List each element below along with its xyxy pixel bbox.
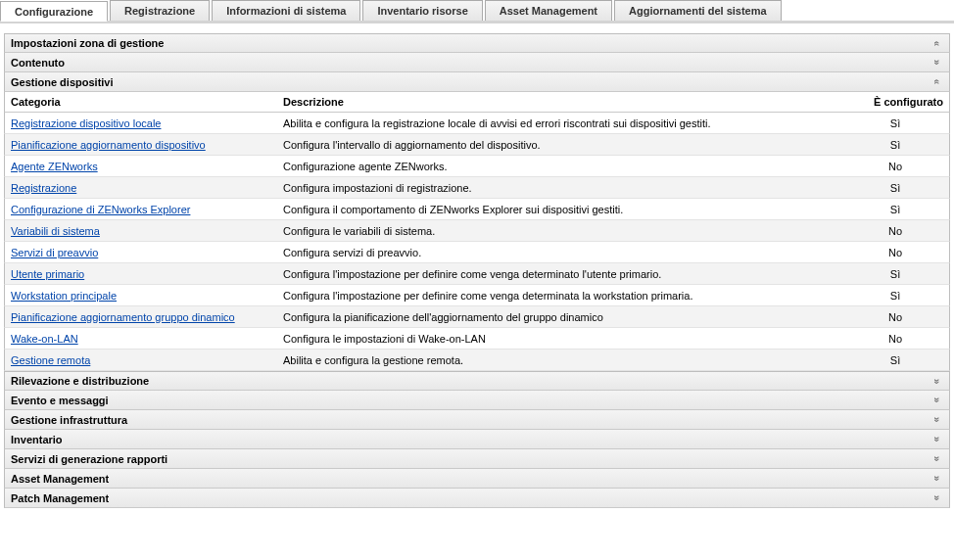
- expand-icon[interactable]: »: [931, 433, 942, 446]
- panel-infra-header[interactable]: Gestione infrastruttura »: [4, 410, 950, 430]
- description-cell: Configura le impostazioni di Wake-on-LAN: [277, 330, 841, 348]
- category-link[interactable]: Configurazione di ZENworks Explorer: [11, 204, 190, 215]
- configured-cell: Sì: [841, 201, 949, 218]
- col-descrizione: Descrizione: [277, 92, 841, 112]
- configured-cell: Sì: [841, 136, 949, 154]
- tab-registrazione[interactable]: Registrazione: [110, 0, 210, 21]
- panel-rilevazione-header[interactable]: Rilevazione e distribuzione »: [4, 371, 950, 391]
- table-row: Servizi di preavvioConfigura servizi di …: [4, 242, 950, 263]
- tab-informazioni[interactable]: Informazioni di sistema: [212, 0, 360, 21]
- panel-evento-header[interactable]: Evento e messaggi »: [4, 391, 950, 410]
- panel-rapporti-header[interactable]: Servizi di generazione rapporti »: [4, 449, 950, 469]
- panel-rilevazione-title: Rilevazione e distribuzione: [11, 375, 930, 387]
- configured-cell: No: [841, 308, 949, 326]
- tab-asset-management[interactable]: Asset Management: [485, 0, 612, 21]
- col-categoria: Categoria: [5, 92, 277, 112]
- description-cell: Configura l'impostazione per definire co…: [277, 265, 841, 283]
- category-link[interactable]: Utente primario: [11, 268, 84, 280]
- table-row: Pianificazione aggiornamento dispositivo…: [4, 134, 950, 156]
- panel-inventario-header[interactable]: Inventario »: [4, 430, 950, 449]
- expand-icon[interactable]: »: [931, 452, 942, 466]
- table-row: Agente ZENworksConfigurazione agente ZEN…: [4, 156, 950, 177]
- expand-icon[interactable]: »: [931, 491, 942, 505]
- panel-inventario-title: Inventario: [11, 434, 930, 445]
- configured-cell: Sì: [841, 351, 949, 369]
- table-row: Registrazione dispositivo localeAbilita …: [4, 113, 950, 134]
- collapse-icon[interactable]: «: [931, 75, 942, 89]
- description-cell: Configura servizi di preavvio.: [277, 244, 841, 261]
- panel-contenuto-header[interactable]: Contenuto »: [4, 53, 950, 72]
- collapse-icon[interactable]: «: [931, 36, 942, 50]
- table-row: Gestione remotaAbilita e configura la ge…: [4, 350, 950, 371]
- category-link[interactable]: Registrazione dispositivo locale: [11, 117, 161, 129]
- panel-asset-title: Asset Management: [11, 473, 930, 485]
- configured-cell: No: [841, 244, 949, 261]
- expand-icon[interactable]: »: [931, 56, 942, 70]
- category-link[interactable]: Gestione remota: [11, 354, 90, 366]
- category-link[interactable]: Registrazione: [11, 182, 76, 194]
- panel-asset-header[interactable]: Asset Management »: [4, 469, 950, 489]
- panel-zone-title: Impostazioni zona di gestione: [11, 37, 930, 49]
- category-link[interactable]: Servizi di preavvio: [11, 247, 98, 258]
- table-row: Variabili di sistemaConfigura le variabi…: [4, 220, 950, 242]
- tab-inventario-risorse[interactable]: Inventario risorse: [362, 0, 482, 21]
- expand-icon[interactable]: »: [931, 394, 942, 407]
- panel-gestione-title: Gestione dispositivi: [11, 76, 930, 88]
- description-cell: Configura la pianificazione dell'aggiorn…: [277, 308, 841, 326]
- expand-icon[interactable]: »: [931, 413, 942, 427]
- description-cell: Abilita e configura la gestione remota.: [277, 351, 841, 369]
- tab-aggiornamenti[interactable]: Aggiornamenti del sistema: [614, 0, 782, 21]
- configured-cell: Sì: [841, 179, 949, 197]
- col-configurato: È configurato: [841, 92, 949, 112]
- table-row: Workstation principaleConfigura l'impost…: [4, 285, 950, 306]
- expand-icon[interactable]: »: [931, 374, 942, 388]
- expand-icon[interactable]: »: [931, 472, 942, 486]
- tab-configurazione[interactable]: Configurazione: [0, 1, 108, 22]
- category-link[interactable]: Workstation principale: [11, 290, 117, 302]
- configured-cell: No: [841, 330, 949, 348]
- table-row: Configurazione di ZENworks ExplorerConfi…: [4, 199, 950, 220]
- table-row: RegistrazioneConfigura impostazioni di r…: [4, 177, 950, 199]
- configured-cell: Sì: [841, 287, 949, 304]
- description-cell: Configura il comportamento di ZENworks E…: [277, 201, 841, 218]
- panel-patch-title: Patch Management: [11, 492, 930, 504]
- category-link[interactable]: Pianificazione aggiornamento dispositivo: [11, 139, 206, 151]
- content-area: Impostazioni zona di gestione « Contenut…: [0, 23, 954, 512]
- panel-evento-title: Evento e messaggi: [11, 395, 930, 406]
- category-link[interactable]: Agente ZENworks: [11, 161, 98, 172]
- description-cell: Configura l'impostazione per definire co…: [277, 287, 841, 304]
- panel-rapporti-title: Servizi di generazione rapporti: [11, 453, 930, 465]
- category-link[interactable]: Wake-on-LAN: [11, 333, 78, 345]
- panel-gestione-header[interactable]: Gestione dispositivi «: [4, 72, 950, 92]
- column-headers: Categoria Descrizione È configurato: [4, 92, 950, 113]
- panel-contenuto-title: Contenuto: [11, 57, 930, 69]
- configured-cell: Sì: [841, 115, 949, 132]
- configured-cell: No: [841, 158, 949, 175]
- table-row: Wake-on-LANConfigura le impostazioni di …: [4, 328, 950, 350]
- panel-infra-title: Gestione infrastruttura: [11, 414, 930, 426]
- description-cell: Configurazione agente ZENworks.: [277, 158, 841, 175]
- description-cell: Configura le variabili di sistema.: [277, 222, 841, 240]
- tab-bar: Configurazione Registrazione Informazion…: [0, 0, 954, 23]
- category-link[interactable]: Variabili di sistema: [11, 225, 100, 237]
- configured-cell: No: [841, 222, 949, 240]
- description-cell: Configura impostazioni di registrazione.: [277, 179, 841, 197]
- table-row: Pianificazione aggiornamento gruppo dina…: [4, 306, 950, 328]
- configured-cell: Sì: [841, 265, 949, 283]
- panel-zone-header[interactable]: Impostazioni zona di gestione «: [4, 33, 950, 53]
- table-row: Utente primarioConfigura l'impostazione …: [4, 263, 950, 285]
- panel-patch-header[interactable]: Patch Management »: [4, 489, 950, 508]
- category-link[interactable]: Pianificazione aggiornamento gruppo dina…: [11, 311, 235, 323]
- description-cell: Abilita e configura la registrazione loc…: [277, 115, 841, 132]
- description-cell: Configura l'intervallo di aggiornamento …: [277, 136, 841, 154]
